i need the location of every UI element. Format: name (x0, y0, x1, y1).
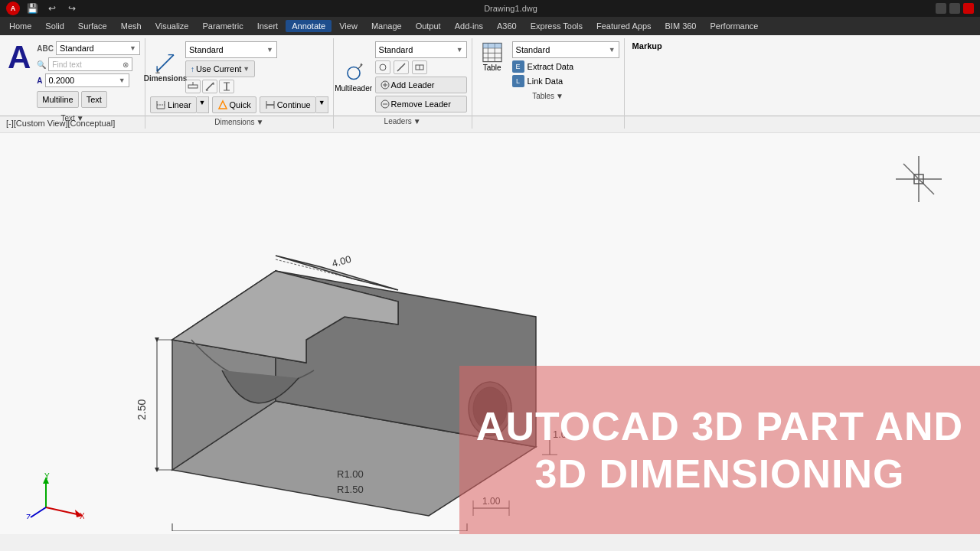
markup-btn[interactable]: Markup (625, 38, 670, 129)
find-text-input[interactable]: Find text ⊗ (48, 57, 132, 71)
linear-dropdown-arrow[interactable]: ▼ (197, 96, 209, 113)
menu-insert[interactable]: Insert (251, 20, 285, 32)
dim-icon-1[interactable] (185, 80, 201, 93)
svg-point-24 (380, 64, 386, 70)
close-button[interactable] (963, 3, 974, 14)
svg-text:X: X (80, 512, 84, 519)
dim-icon-3[interactable] (219, 80, 234, 93)
ucs-icon: Y X Z (23, 473, 84, 519)
menu-bim360[interactable]: BIM 360 (659, 20, 703, 32)
ribbon-section-tables: Table Standard ▼ E Extract Data L Link D… (472, 38, 625, 129)
quick-access-save[interactable]: 💾 (24, 2, 40, 15)
menu-view[interactable]: View (333, 20, 364, 32)
dimension-controls: Standard ▼ ↑ Use Current ▼ (185, 41, 277, 93)
title-bar: A 💾 ↩ ↪ Drawing1.dwg (0, 0, 980, 17)
multileader-btn-label: Multileader (335, 84, 372, 93)
leaders-section-footer[interactable]: Leaders ▼ (338, 114, 467, 128)
dim-style-dropdown[interactable]: Standard ▼ (185, 41, 277, 58)
table-icon-btn[interactable]: Table (477, 41, 508, 72)
continue-label: Continue (277, 100, 311, 109)
svg-marker-17 (219, 101, 227, 109)
quick-btn[interactable]: Quick (212, 96, 256, 113)
maximize-button[interactable] (949, 3, 960, 14)
text-height-arrow: ▼ (119, 77, 126, 84)
svg-line-72 (46, 507, 80, 515)
menu-parametric[interactable]: Parametric (196, 20, 249, 32)
tables-section-footer[interactable]: Tables ▼ (477, 89, 619, 103)
dimensions-top: Dimensions Standard ▼ ↑ Use Current ▼ (150, 38, 328, 95)
menu-a360[interactable]: A360 (491, 20, 523, 32)
use-current-row: ↑ Use Current ▼ (185, 60, 277, 77)
text-controls: ABC Standard ▼ 🔍 Find text ⊗ (37, 41, 140, 108)
leaders-footer-label: Leaders (384, 117, 412, 126)
window-controls (936, 3, 974, 14)
text-style-dropdown[interactable]: Standard ▼ (56, 41, 140, 55)
menu-featured-apps[interactable]: Featured Apps (590, 20, 658, 32)
menu-annotate[interactable]: Annotate (286, 20, 332, 32)
menu-solid[interactable]: Solid (39, 20, 70, 32)
use-current-arrow: ▼ (243, 65, 250, 73)
dimensions-section-footer[interactable]: Dimensions ▼ (150, 115, 328, 129)
multiline-text-button[interactable]: Multiline (37, 91, 78, 108)
text-big-a: A (5, 41, 34, 73)
dim-icon-2[interactable] (202, 80, 217, 93)
extract-data-icon: E (512, 60, 524, 73)
dim-footer-label: Dimensions (214, 118, 254, 126)
remove-leader-btn[interactable]: Remove Leader (375, 96, 467, 112)
menu-express-tools[interactable]: Express Tools (524, 20, 589, 32)
menu-addins[interactable]: Add-ins (449, 20, 489, 32)
text-height-value: 0.2000 (49, 76, 75, 85)
leader-style-arrow: ▼ (456, 46, 463, 54)
link-data-row: L Link Data (512, 75, 619, 87)
find-clear-icon: ⊗ (122, 60, 129, 69)
tables-footer-arrow: ▼ (556, 92, 564, 100)
canvas-area[interactable]: 2.50 5.00 4.00 R1.00 R1.50 1.0 1.00 (0, 133, 980, 534)
dim-icon-row (185, 80, 277, 93)
menu-visualize[interactable]: Visualize (149, 20, 195, 32)
extract-data-btn[interactable]: Extract Data (528, 62, 574, 71)
linear-label: Linear (168, 100, 191, 109)
window-title: Drawing1.dwg (86, 4, 936, 13)
dimensions-bottom: Linear ▼ Quick Continue ▼ (150, 95, 328, 115)
menu-mesh[interactable]: Mesh (115, 20, 148, 32)
tables-style-dropdown[interactable]: Standard ▼ (512, 41, 619, 58)
continue-btn[interactable]: Continue (260, 96, 316, 113)
svg-text:Y: Y (44, 473, 50, 481)
svg-rect-5 (188, 85, 198, 88)
leader-style-dropdown[interactable]: Standard ▼ (375, 41, 467, 58)
linear-btn[interactable]: Linear (150, 96, 197, 113)
find-placeholder: Find text (52, 60, 81, 69)
multileader-icon-btn[interactable]: Multileader (338, 62, 369, 93)
ribbon-section-dimensions: Dimensions Standard ▼ ↑ Use Current ▼ (145, 38, 334, 129)
menu-output[interactable]: Output (410, 20, 447, 32)
multileader-svg (340, 62, 368, 84)
minimize-button[interactable] (936, 3, 946, 14)
dimension-icon-btn[interactable]: Dimensions (150, 52, 181, 83)
menu-home[interactable]: Home (3, 20, 38, 32)
text-height-input[interactable]: 0.2000 ▼ (45, 73, 129, 87)
quick-access-undo[interactable]: ↩ (44, 2, 60, 15)
continue-dropdown-arrow[interactable]: ▼ (316, 96, 328, 113)
add-leader-btn[interactable]: Add Leader (375, 77, 467, 93)
dim-footer-arrow: ▼ (256, 118, 263, 126)
ribbon: A ABC Standard ▼ 🔍 Find text ⊗ (0, 35, 980, 116)
link-data-icon: L (512, 75, 524, 87)
svg-text:4.00: 4.00 (331, 253, 352, 269)
menu-manage[interactable]: Manage (365, 20, 408, 32)
quick-access-redo[interactable]: ↪ (64, 2, 80, 15)
text-label-btn: Text (87, 95, 102, 104)
menu-surface[interactable]: Surface (72, 20, 113, 32)
leaders-footer-arrow: ▼ (413, 117, 421, 126)
leader-icon-3[interactable] (412, 60, 427, 74)
use-current-btn[interactable]: ↑ Use Current ▼ (185, 60, 255, 77)
link-data-btn[interactable]: Link Data (528, 77, 563, 86)
menu-performance[interactable]: Performance (704, 20, 764, 32)
table-svg (479, 41, 506, 64)
tables-style-arrow: ▼ (609, 46, 616, 54)
add-leader-icon (381, 80, 390, 90)
text-button[interactable]: Text (81, 91, 107, 108)
leader-icon-1[interactable] (375, 60, 390, 74)
menu-bar: Home Solid Surface Mesh Visualize Parame… (0, 17, 980, 35)
a-height-icon: A (37, 77, 42, 85)
leader-icon-2[interactable] (394, 60, 409, 74)
